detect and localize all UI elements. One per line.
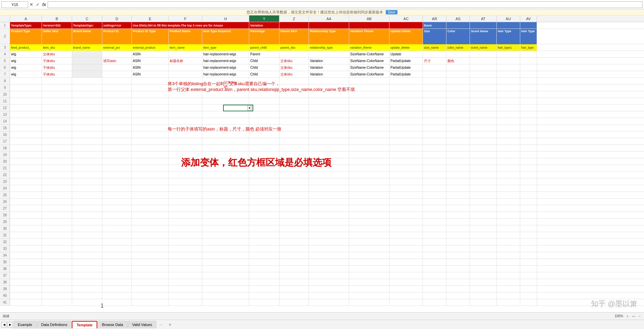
- cell-39-Y[interactable]: [249, 286, 279, 292]
- cell-10-F[interactable]: [169, 91, 202, 98]
- cell-26-AC[interactable]: [389, 199, 423, 205]
- cell-41-AT[interactable]: [470, 299, 497, 306]
- cell-14-H[interactable]: [202, 118, 249, 124]
- cell-32-C[interactable]: [72, 239, 102, 245]
- cell-35-H[interactable]: [202, 259, 249, 265]
- cell-3-A[interactable]: feed_product_: [10, 44, 42, 51]
- cell-1-E[interactable]: Use ENGLISH to fill this template.The to…: [132, 22, 249, 29]
- cell-7-H[interactable]: hair-replacement-wigs: [202, 71, 249, 77]
- cell-4-F[interactable]: [169, 51, 202, 57]
- cell-31-B[interactable]: [42, 232, 72, 238]
- sheet-tab-template[interactable]: Template: [72, 321, 97, 328]
- cell-6-Z[interactable]: 父体sku: [279, 64, 309, 71]
- cell-40-AC[interactable]: [389, 292, 423, 299]
- cell-18-AU[interactable]: [497, 145, 520, 151]
- cell-6-AT[interactable]: [470, 64, 497, 71]
- cell-39-D[interactable]: [102, 286, 132, 292]
- cell-31-AU[interactable]: [497, 232, 520, 238]
- cell-34-AA[interactable]: [309, 252, 349, 259]
- cell-24-B[interactable]: [42, 185, 72, 191]
- cell-9-AT[interactable]: [470, 85, 497, 91]
- cell-20-AS[interactable]: [446, 158, 470, 165]
- cell-37-AU[interactable]: [497, 272, 520, 279]
- cell-19-AU[interactable]: [497, 152, 520, 158]
- cell-20-A[interactable]: [10, 158, 42, 165]
- cell-9-AU[interactable]: [497, 85, 520, 91]
- cell-32-AB[interactable]: [349, 239, 389, 245]
- cell-19-H[interactable]: [202, 152, 249, 158]
- cell-14-F[interactable]: [169, 118, 202, 124]
- cell-4-AS[interactable]: [446, 51, 470, 57]
- cell-16-AV[interactable]: [520, 131, 537, 138]
- cell-4-AT[interactable]: [470, 51, 497, 57]
- cell-33-AT[interactable]: [470, 245, 497, 252]
- cell-9-AA[interactable]: [309, 85, 349, 91]
- cell-29-AB[interactable]: [349, 219, 389, 225]
- cell-27-E[interactable]: [132, 205, 169, 212]
- cell-23-E[interactable]: [132, 178, 169, 185]
- cell-16-Z[interactable]: [279, 131, 309, 138]
- cell-39-A[interactable]: [10, 286, 42, 292]
- cell-19-AS[interactable]: [446, 152, 470, 158]
- cell-22-Z[interactable]: [279, 172, 309, 178]
- cell-37-Z[interactable]: [279, 272, 309, 279]
- cell-11-Z[interactable]: [279, 98, 309, 104]
- cell-36-F[interactable]: [169, 266, 202, 272]
- cell-25-AU[interactable]: [497, 192, 520, 198]
- col-header-Y[interactable]: Y: [249, 15, 279, 22]
- cell-34-AU[interactable]: [497, 252, 520, 259]
- cell-7-AC[interactable]: PartialUpdate: [389, 71, 423, 77]
- cell-29-E[interactable]: [132, 219, 169, 225]
- cell-15-AT[interactable]: [470, 125, 497, 131]
- cell-5-AV[interactable]: [520, 58, 537, 64]
- cell-21-AB[interactable]: [349, 165, 389, 171]
- cell-5-AS[interactable]: 颜色: [446, 58, 470, 64]
- cell-16-H[interactable]: [202, 131, 249, 138]
- cell-20-Z[interactable]: [279, 158, 309, 165]
- cell-32-H[interactable]: [202, 239, 249, 245]
- cell-2-F[interactable]: Product Name: [169, 29, 202, 44]
- cell-25-AT[interactable]: [470, 192, 497, 198]
- cell-18-AB[interactable]: [349, 145, 389, 151]
- cell-41-AA[interactable]: [309, 299, 349, 306]
- cell-7-Z[interactable]: 父体sku: [279, 71, 309, 77]
- cell-29-A[interactable]: [10, 219, 42, 225]
- cell-11-H[interactable]: [202, 98, 249, 104]
- cell-33-AC[interactable]: [389, 245, 423, 252]
- cell-19-D[interactable]: [102, 152, 132, 158]
- cell-1-AA[interactable]: [309, 22, 349, 29]
- cell-2-Y[interactable]: Parentage: [249, 29, 279, 44]
- cell-4-AB[interactable]: SizeName-ColorName: [349, 51, 389, 57]
- zoom-out-icon[interactable]: －: [638, 314, 641, 319]
- cell-24-F[interactable]: [169, 185, 202, 191]
- cell-6-AS[interactable]: [446, 64, 470, 71]
- cell-6-C[interactable]: [72, 64, 102, 71]
- cell-30-AV[interactable]: [520, 225, 537, 232]
- cell-16-B[interactable]: [42, 131, 72, 138]
- cell-36-C[interactable]: [72, 266, 102, 272]
- cell-5-F[interactable]: 标题名称: [169, 58, 202, 64]
- cell-11-AR[interactable]: [423, 98, 446, 104]
- cell-36-E[interactable]: [132, 266, 169, 272]
- cell-27-AR[interactable]: [423, 205, 446, 212]
- cell-25-E[interactable]: [132, 192, 169, 198]
- cell-18-F[interactable]: [169, 145, 202, 151]
- cell-28-B[interactable]: [42, 212, 72, 218]
- cell-7-AU[interactable]: [497, 71, 520, 77]
- cell-34-A[interactable]: [10, 252, 42, 259]
- cell-30-AS[interactable]: [446, 225, 470, 232]
- cell-8-Z[interactable]: [279, 78, 309, 84]
- cell-17-AS[interactable]: [446, 138, 470, 145]
- cell-6-H[interactable]: hair-replacement-wigs: [202, 64, 249, 71]
- cell-13-Y[interactable]: [249, 111, 279, 118]
- cell-38-AB[interactable]: [349, 279, 389, 285]
- cell-33-E[interactable]: [132, 245, 169, 252]
- cell-41-H[interactable]: [202, 299, 249, 306]
- cell-3-D[interactable]: external_pro: [102, 44, 132, 51]
- cell-37-AA[interactable]: [309, 272, 349, 279]
- cell-39-AU[interactable]: [497, 286, 520, 292]
- cell-30-E[interactable]: [132, 225, 169, 232]
- cell-9-Z[interactable]: [279, 85, 309, 91]
- cell-4-H[interactable]: hair-replacement-wigs: [202, 51, 249, 57]
- cell-37-AB[interactable]: [349, 272, 389, 279]
